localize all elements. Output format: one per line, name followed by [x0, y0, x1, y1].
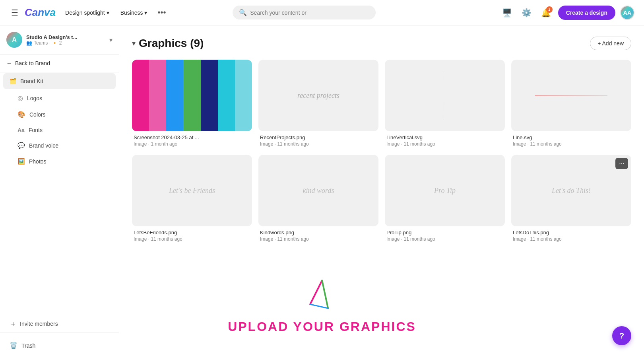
- grid-thumbnail: recent projects: [258, 60, 378, 131]
- sidebar-item-label: Brand voice: [29, 142, 58, 149]
- grid-item-info: LetsBeFriends.png Image · 11 months ago: [132, 226, 252, 243]
- photos-icon: 🖼️: [17, 158, 25, 165]
- search-input[interactable]: [250, 10, 369, 16]
- topnav-right: 🖥️ ⚙️ 🔔 1 Create a design AA: [500, 6, 634, 20]
- avatar[interactable]: AA: [620, 6, 634, 20]
- grid-filename: LineVertical.svg: [386, 134, 503, 140]
- grid-thumbnail: [511, 60, 631, 131]
- sidebar-item-colors[interactable]: 🎨 Colors: [3, 107, 116, 122]
- grid-thumbnail: [132, 60, 252, 131]
- grid-item[interactable]: Pro Tip ProTip.png Image · 11 months ago: [385, 155, 505, 243]
- add-new-button[interactable]: + Add new: [590, 37, 631, 50]
- sidebar-item-photos[interactable]: 🖼️ Photos: [3, 154, 116, 169]
- invite-members-label: Invite members: [20, 321, 58, 327]
- palette-preview: [132, 60, 252, 131]
- thumb-text: Pro Tip: [434, 187, 456, 195]
- chevron-down-icon: ▾: [107, 10, 109, 16]
- line-vertical-preview: [445, 70, 445, 121]
- fonts-icon: Aa: [17, 127, 25, 133]
- grid-filename: Kindwords.png: [260, 230, 377, 235]
- content-title-row: ▾ Graphics (9): [132, 37, 204, 50]
- grid-item-info: LetsDoThis.png Image · 11 months ago: [511, 226, 631, 243]
- page-title: Graphics (9): [139, 37, 204, 50]
- grid-thumbnail: Let's do This! ···: [511, 155, 631, 226]
- workspace-name: Studio A Design's t...: [26, 34, 105, 40]
- grid-thumbnail: Let's be Friends: [132, 155, 252, 226]
- logos-icon: ◎: [17, 94, 23, 102]
- sidebar-bottom: 🗑️ Trash: [0, 333, 119, 358]
- settings-button[interactable]: ⚙️: [519, 6, 534, 20]
- design-spotlight-menu[interactable]: Design spotlight ▾: [62, 7, 113, 18]
- grid-item-info: Kindwords.png Image · 11 months ago: [258, 226, 378, 243]
- workspace-meta-text: Teams · 🔸 2: [34, 40, 62, 46]
- thumb-text: Let's do This!: [552, 187, 591, 195]
- plus-icon: ＋: [10, 319, 17, 329]
- content-header: ▾ Graphics (9) + Add new: [132, 37, 631, 50]
- grid-item[interactable]: kind words Kindwords.png Image · 11 mont…: [258, 155, 378, 243]
- trash-button[interactable]: 🗑️ Trash: [3, 338, 116, 353]
- search-icon: 🔍: [239, 9, 247, 16]
- workspace-chevron-icon: ▾: [109, 36, 113, 44]
- more-menu-button[interactable]: •••: [155, 6, 168, 19]
- grid-filename: Line.svg: [513, 134, 630, 140]
- sidebar-item-label: Photos: [29, 158, 47, 165]
- workspace-meta: 👥 Teams · 🔸 2: [26, 40, 105, 46]
- grid-meta: Image · 1 month ago: [134, 141, 250, 147]
- trash-label: Trash: [21, 342, 35, 349]
- grid-item[interactable]: Let's do This! ··· LetsDoThis.png Image …: [511, 155, 631, 243]
- back-to-brand-label: Back to Brand: [15, 60, 50, 66]
- grid-item[interactable]: recent projects RecentProjects.png Image…: [258, 60, 378, 148]
- thumb-text: recent projects: [297, 91, 339, 100]
- notifications-button[interactable]: 🔔 1: [539, 6, 553, 20]
- grid-meta: Image · 11 months ago: [386, 141, 503, 147]
- grid-item[interactable]: LineVertical.svg Image · 11 months ago: [385, 60, 505, 148]
- grid-meta: Image · 11 months ago: [260, 141, 377, 147]
- sidebar-item-label: Fonts: [29, 127, 43, 133]
- main-layout: A Studio A Design's t... 👥 Teams · 🔸 2 ▾…: [0, 25, 644, 358]
- trash-icon: 🗑️: [10, 342, 17, 349]
- brand-voice-icon: 💬: [17, 142, 25, 149]
- sidebar-item-brand-voice[interactable]: 💬 Brand voice: [3, 138, 116, 153]
- design-spotlight-label: Design spotlight: [65, 10, 105, 16]
- sidebar-item-logos[interactable]: ◎ Logos: [3, 90, 116, 106]
- topnav: ☰ Canva Design spotlight ▾ Business ▾ ••…: [0, 0, 644, 25]
- business-menu[interactable]: Business ▾: [117, 7, 151, 18]
- notification-badge: 1: [546, 6, 553, 13]
- grid-item[interactable]: Let's be Friends LetsBeFriends.png Image…: [132, 155, 252, 243]
- create-design-button[interactable]: Create a design: [558, 6, 615, 20]
- thumb-text: Let's be Friends: [169, 187, 215, 195]
- graphics-grid: Screenshot 2024-03-25 at ... Image · 1 m…: [132, 60, 631, 243]
- main-content: ▾ Graphics (9) + Add new: [119, 25, 644, 358]
- workspace-avatar: A: [6, 32, 22, 48]
- invite-members-button[interactable]: ＋ Invite members: [3, 315, 116, 333]
- teams-icon: 👥: [26, 40, 32, 46]
- search-bar: 🔍: [233, 6, 376, 19]
- item-options-button[interactable]: ···: [615, 158, 628, 169]
- grid-filename: Screenshot 2024-03-25 at ...: [134, 134, 250, 140]
- grid-item-info: LineVertical.svg Image · 11 months ago: [385, 131, 505, 148]
- grid-item[interactable]: Line.svg Image · 11 months ago: [511, 60, 631, 148]
- sidebar-item-fonts[interactable]: Aa Fonts: [3, 123, 116, 137]
- sidebar-item-label: Colors: [29, 111, 45, 118]
- back-to-brand-button[interactable]: ← Back to Brand: [0, 54, 119, 72]
- grid-filename: LetsDoThis.png: [513, 230, 630, 235]
- grid-thumbnail: [385, 60, 505, 131]
- help-button[interactable]: ?: [612, 326, 631, 345]
- workspace-info: Studio A Design's t... 👥 Teams · 🔸 2: [26, 34, 105, 46]
- grid-item-info: Screenshot 2024-03-25 at ... Image · 1 m…: [132, 131, 252, 148]
- workspace-selector[interactable]: A Studio A Design's t... 👥 Teams · 🔸 2 ▾: [0, 25, 119, 54]
- collapse-icon[interactable]: ▾: [132, 39, 136, 48]
- colors-icon: 🎨: [17, 111, 25, 118]
- sidebar-item-label: Brand Kit: [20, 78, 43, 84]
- grid-meta: Image · 11 months ago: [386, 236, 503, 242]
- chevron-down-icon: ▾: [144, 10, 147, 16]
- monitor-button[interactable]: 🖥️: [500, 6, 514, 20]
- grid-item[interactable]: Screenshot 2024-03-25 at ... Image · 1 m…: [132, 60, 252, 148]
- sidebar: A Studio A Design's t... 👥 Teams · 🔸 2 ▾…: [0, 25, 119, 358]
- grid-meta: Image · 11 months ago: [513, 236, 630, 242]
- grid-meta: Image · 11 months ago: [513, 141, 630, 147]
- sidebar-item-brand-kit[interactable]: 🗂️ Brand Kit: [3, 73, 116, 89]
- hamburger-button[interactable]: ☰: [10, 6, 20, 19]
- canva-logo: Canva: [25, 6, 56, 19]
- business-label: Business: [120, 10, 143, 16]
